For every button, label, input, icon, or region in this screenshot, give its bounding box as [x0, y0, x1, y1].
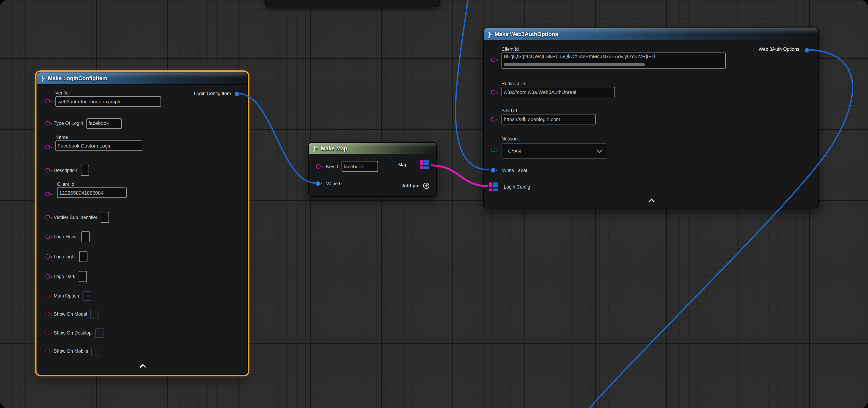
show-on-desktop-label: Show On Desktop: [54, 330, 92, 336]
name-field[interactable]: Facebook Custom Login: [55, 140, 142, 151]
wire-login-config-item-to-value-0[interactable]: [239, 94, 316, 183]
type-of-login-field[interactable]: facebook: [86, 118, 122, 129]
input-pin-verifier-sub-identifier[interactable]: [45, 215, 50, 219]
output-label-web3auth-options: Web 3Auth Options: [758, 46, 799, 52]
client-id-label: Client Id: [57, 181, 127, 187]
make-struct-icon: {▪: [41, 75, 45, 81]
input-pin-value-0[interactable]: [315, 181, 320, 186]
input-pin-redirect-url[interactable]: [491, 90, 495, 95]
logo-dark-field[interactable]: [79, 271, 87, 282]
blueprint-canvas[interactable]: {▪ Make LoginConfigItem Login Config Ite…: [0, 0, 868, 408]
input-pin-show-on-modal[interactable]: [45, 312, 50, 316]
client-id-field[interactable]: BEglQSgt4cUWcj6SKRdu5QkOXTsePmMcusG5EAoy…: [501, 53, 726, 69]
node-title: Make LoginConfigItem: [48, 75, 107, 81]
show-on-modal-checkbox[interactable]: [91, 309, 99, 319]
redirect-url-field[interactable]: w3a://com.w3a.Web3AuthUnreal: [501, 87, 615, 97]
description-field[interactable]: [81, 165, 89, 176]
output-pin-login-config-item[interactable]: [235, 92, 239, 96]
output-label-map: Map: [398, 162, 407, 168]
key-0-label: Key 0: [326, 164, 338, 169]
name-label: Name: [55, 134, 142, 140]
input-pin-show-on-desktop[interactable]: [45, 331, 50, 335]
show-on-mobile-checkbox[interactable]: [92, 346, 100, 356]
input-pin-name[interactable]: [45, 145, 50, 149]
input-pin-show-on-mobile[interactable]: [45, 349, 50, 353]
input-pin-key-0[interactable]: [316, 164, 320, 169]
map-pin-icon[interactable]: [420, 160, 429, 168]
client-id-scrollbar[interactable]: [504, 63, 645, 66]
add-pin-label: Add pin: [402, 183, 420, 189]
blueprint-graph-stage: {▪ Make LoginConfigItem Login Config Ite…: [0, 0, 868, 408]
show-on-mobile-label: Show On Mobile: [54, 348, 88, 354]
show-on-desktop-checkbox[interactable]: [95, 328, 104, 338]
verifier-sub-identifier-label: Verifier Sub Identifier: [54, 214, 97, 220]
network-dropdown-value: CYAN: [508, 148, 521, 154]
input-pin-network[interactable]: [491, 147, 495, 152]
main-option-label: Main Option: [54, 293, 79, 299]
logo-hover-field[interactable]: [81, 231, 90, 242]
collapse-chevron-icon[interactable]: [648, 199, 655, 203]
add-pin-plus-icon: [423, 182, 430, 189]
input-pin-logo-light[interactable]: [45, 254, 50, 259]
logo-dark-label: Logo Dark: [54, 274, 75, 279]
sdk-url-field[interactable]: https://sdk.openlogin.com: [501, 114, 595, 125]
node-make-web3authoptions[interactable]: {▪ Make Web3AuthOptions Web 3Auth Option…: [483, 28, 819, 208]
node-title: Make Web3AuthOptions: [495, 31, 558, 37]
input-pin-verifier[interactable]: [45, 99, 50, 103]
key-0-field[interactable]: facebook: [341, 161, 378, 172]
node-make-loginconfigitem[interactable]: {▪ Make LoginConfigItem Login Config Ite…: [36, 72, 248, 375]
node-header-make-map[interactable]: {≡ Make Map: [309, 143, 436, 154]
description-label: Description: [54, 168, 77, 173]
node-header-make-web3authoptions[interactable]: {▪ Make Web3AuthOptions: [484, 28, 818, 40]
partial-node-top[interactable]: [265, 0, 440, 7]
redirect-url-label: Redirect Url: [501, 81, 615, 86]
login-config-map-pin-icon[interactable]: [489, 182, 498, 191]
client-id-field[interactable]: 1222658941886084: [57, 188, 127, 198]
input-pin-client-id[interactable]: [45, 192, 50, 196]
add-pin-button[interactable]: Add pin: [402, 181, 430, 191]
node-make-map[interactable]: {≡ Make Map Key 0 facebook Map Value 0 A…: [308, 142, 437, 197]
sdk-url-label: Sdk Url: [501, 108, 595, 113]
network-dropdown[interactable]: CYAN: [501, 143, 607, 159]
client-id-label: Client Id: [501, 46, 726, 52]
input-pin-client-id[interactable]: [491, 58, 495, 62]
output-label-login-config-item: Login Config Item: [194, 91, 231, 96]
chevron-down-icon: [597, 149, 602, 153]
white-label-label: White Label: [502, 168, 527, 173]
verifier-label: Verifier: [55, 90, 161, 96]
network-label: Network: [501, 136, 607, 141]
verifier-field[interactable]: web3auth-facebook-example: [55, 96, 161, 107]
output-pin-web3auth-options[interactable]: [805, 48, 809, 53]
main-option-checkbox[interactable]: [83, 291, 91, 300]
make-struct-icon: {▪: [488, 31, 492, 37]
input-pin-white-label[interactable]: [491, 168, 495, 173]
node-header-make-loginconfigitem[interactable]: {▪ Make LoginConfigItem: [37, 72, 247, 84]
node-title: Make Map: [321, 145, 347, 151]
logo-light-label: Logo Light: [54, 254, 75, 259]
input-pin-logo-hover[interactable]: [45, 234, 50, 239]
input-pin-description[interactable]: [45, 168, 50, 173]
login-config-label: Login Config: [504, 184, 530, 190]
input-pin-main-option[interactable]: [45, 294, 50, 298]
type-of-login-label: Type Of Login: [54, 121, 83, 126]
input-pin-logo-dark[interactable]: [45, 274, 50, 279]
input-pin-sdk-url[interactable]: [491, 117, 495, 122]
logo-light-field[interactable]: [79, 251, 87, 262]
logo-hover-label: Logo Hover: [54, 234, 78, 239]
value-0-label: Value 0: [326, 181, 342, 186]
verifier-sub-identifier-field[interactable]: [101, 212, 109, 223]
input-pin-type-of-login[interactable]: [45, 121, 50, 126]
make-container-icon: {≡: [313, 145, 318, 151]
collapse-chevron-icon[interactable]: [139, 364, 147, 368]
show-on-modal-label: Show On Modal: [54, 311, 87, 317]
